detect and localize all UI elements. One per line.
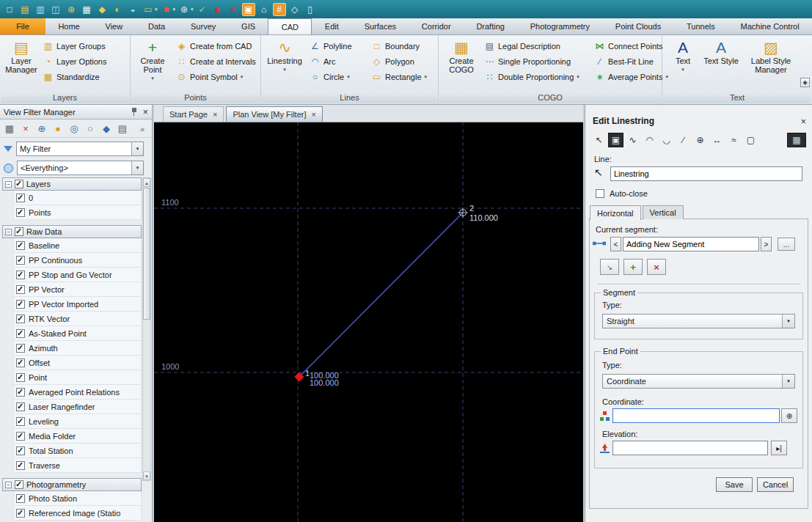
insert-node-icon[interactable]: ⊕	[692, 133, 708, 147]
tree-item-media-folder[interactable]: Media Folder	[13, 429, 142, 444]
boundary-button[interactable]: □Boundary	[371, 38, 427, 54]
apply-edit-icon[interactable]: ✓	[196, 3, 209, 16]
circle-button[interactable]: ○Circle▾	[310, 69, 352, 84]
tree-item-traverse[interactable]: Traverse	[13, 458, 142, 473]
tree-item-points[interactable]: Points	[13, 205, 142, 220]
record-icon[interactable]: ●	[211, 3, 224, 16]
point-symbol-button[interactable]: ⊙Point Symbol▾	[176, 69, 256, 84]
tree-item-baseline[interactable]: Baseline	[13, 238, 142, 253]
tree-group-layers[interactable]: − Layers	[2, 177, 142, 191]
dock-options-icon[interactable]: ▦	[2, 122, 17, 136]
collapse-icon[interactable]: −	[5, 482, 12, 488]
snap-settings-icon[interactable]: ▦	[787, 133, 806, 147]
tab-machine-control[interactable]: Machine Control	[728, 18, 812, 34]
tree-item-photo-station[interactable]: Photo Station	[13, 491, 142, 506]
browse-segments-button[interactable]: ...	[778, 238, 795, 251]
tab-data[interactable]: Data	[136, 18, 178, 34]
tab-photogrammetry[interactable]: Photogrammetry	[517, 18, 602, 34]
dropdown-arrow-icon[interactable]: ▾	[131, 161, 143, 174]
tab-start-page[interactable]: Start Page ×	[163, 106, 224, 122]
pan-to-icon[interactable]: ◎	[67, 122, 81, 136]
pick-coordinate-button[interactable]: ⊕	[781, 408, 797, 423]
tab-surfaces[interactable]: Surfaces	[351, 18, 409, 34]
tab-tunnels[interactable]: Tunnels	[674, 18, 728, 34]
raw-data-group-checkbox[interactable]	[15, 227, 23, 236]
tab-plan-view[interactable]: Plan View [My Filter] ×	[226, 106, 323, 122]
toolbar-overflow-icon[interactable]: »	[135, 122, 150, 136]
best-fit-line-button[interactable]: ∕Best-Fit Line	[594, 54, 668, 69]
tree-item-layer-0[interactable]: 0	[13, 191, 142, 205]
tree-item-averaged-point-relations[interactable]: Averaged Point Relations	[13, 385, 142, 400]
item-checkbox[interactable]	[16, 373, 25, 382]
scroll-down-icon[interactable]: ▼	[143, 471, 150, 480]
tree-group-raw-data[interactable]: − Raw Data	[2, 225, 142, 238]
tree-item-referenced-image[interactable]: Referenced Image (Statio	[13, 506, 142, 521]
select-tool-icon[interactable]: ↖	[591, 133, 607, 147]
collapse-icon[interactable]: −	[5, 229, 12, 235]
tab-horizontal[interactable]: Horizontal	[590, 205, 641, 220]
new-document-icon[interactable]: □	[3, 3, 16, 16]
tab-drafting[interactable]: Drafting	[464, 18, 517, 34]
average-points-button[interactable]: ∗Average Points▾	[594, 69, 668, 84]
close-icon[interactable]: ×	[142, 107, 148, 117]
layer-manager-button[interactable]: ▤ Layer Manager	[1, 37, 41, 74]
plan-view-canvas[interactable]: 1100 1000 2 110.000 1 100.000 100.000	[154, 122, 583, 522]
item-checkbox[interactable]	[16, 241, 25, 250]
flags-pane-icon[interactable]: ◆	[95, 3, 109, 16]
home-view-icon[interactable]: ⌂	[257, 3, 271, 16]
node-edit-icon[interactable]: ▣	[608, 133, 623, 147]
tree-item-rtk-vector[interactable]: RTK Vector	[13, 312, 142, 326]
tab-file[interactable]: File	[0, 18, 45, 34]
create-point-button[interactable]: + Create Point ▾	[132, 37, 173, 83]
save-button[interactable]: Save	[716, 477, 753, 492]
item-checkbox[interactable]	[16, 285, 25, 294]
item-checkbox[interactable]	[16, 194, 25, 202]
tree-group-photogrammetry[interactable]: − Photogrammetry	[2, 478, 142, 491]
tab-home[interactable]: Home	[45, 18, 92, 34]
close-icon[interactable]: ×	[213, 110, 217, 119]
arc-button[interactable]: ◠Arc	[310, 54, 352, 69]
item-checkbox[interactable]	[16, 417, 25, 426]
item-checkbox[interactable]	[16, 344, 25, 353]
item-checkbox[interactable]	[16, 271, 25, 279]
item-checkbox[interactable]	[16, 402, 25, 411]
save-project-icon[interactable]: ◫	[49, 3, 62, 16]
straight-line-icon[interactable]: ∕	[676, 133, 691, 147]
tab-cad[interactable]: CAD	[268, 18, 312, 34]
tab-survey[interactable]: Survey	[178, 18, 229, 34]
view-options-icon[interactable]: ⊛	[178, 3, 191, 16]
layer-options-button[interactable]: ◔Layer Options	[43, 54, 106, 69]
photogrammetry-group-checkbox[interactable]	[15, 480, 23, 489]
delete-icon[interactable]: ×	[227, 3, 240, 16]
item-checkbox[interactable]	[16, 432, 25, 441]
close-icon[interactable]: ×	[800, 117, 806, 126]
pin-icon[interactable]	[131, 108, 138, 116]
tree-item-leveling[interactable]: Leveling	[13, 414, 142, 429]
arc-concave-icon[interactable]: ◠	[642, 133, 657, 147]
tree-item-pp-vector-imported[interactable]: PP Vector Imported	[13, 297, 142, 312]
label-style-manager-button[interactable]: ▨ Label Style Manager	[742, 37, 800, 74]
report-icon[interactable]: ▦	[80, 3, 93, 16]
layers-group-checkbox[interactable]	[15, 180, 23, 188]
spline-icon[interactable]: ≈	[726, 133, 742, 147]
create-cogo-button[interactable]: ▦ Create COGO	[440, 37, 483, 74]
tree-item-pp-vector[interactable]: PP Vector	[13, 282, 142, 297]
arc-convex-icon[interactable]: ◡	[659, 133, 674, 147]
tree-item-as-staked-point[interactable]: As-Staked Point	[13, 326, 142, 341]
item-checkbox[interactable]	[16, 509, 25, 518]
draw-mode-icon[interactable]: ◇	[288, 3, 301, 16]
filter-properties-icon[interactable]: ▤	[115, 122, 130, 136]
current-segment-input[interactable]	[623, 237, 759, 251]
add-segment-button[interactable]: +	[623, 259, 643, 275]
dropdown-arrow-icon[interactable]: ▾	[131, 142, 143, 155]
devices-icon[interactable]: ◒	[126, 3, 139, 16]
tree-item-total-station[interactable]: Total Station	[13, 444, 142, 458]
segment-type-select[interactable]: Straight ▾	[602, 314, 795, 328]
dropdown-arrow-icon[interactable]: ▾	[782, 315, 794, 328]
project-settings-icon[interactable]: ⊛	[65, 3, 78, 16]
find-icon[interactable]: ○	[83, 122, 98, 136]
filter-select[interactable]: My Filter ▾	[16, 141, 144, 156]
tree-item-pp-continuous[interactable]: PP Continuous	[13, 253, 142, 268]
points-manager-icon[interactable]: ◐	[111, 3, 124, 16]
tab-view[interactable]: View	[92, 18, 135, 34]
